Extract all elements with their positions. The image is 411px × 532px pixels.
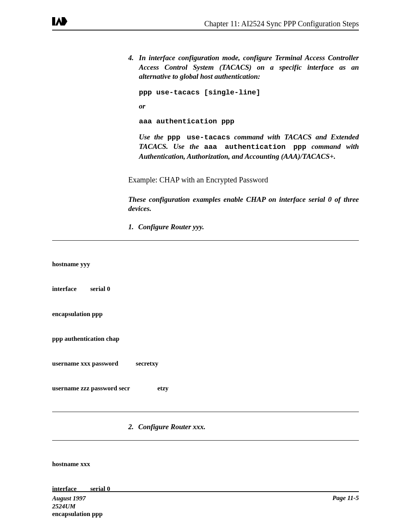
code-token: etzy [157, 385, 168, 392]
footer-date: August 1997 [52, 494, 86, 502]
example-heading: Example: CHAP with an Encrypted Password [128, 176, 359, 184]
step-number: 2. [128, 423, 134, 431]
note-part-1: Use the [139, 133, 167, 141]
step-2: 2.Configure Router xxx. [128, 423, 359, 431]
code-line: encapsulation ppp [52, 510, 359, 518]
divider [52, 240, 359, 241]
page-footer: August 1997 2524UM Page 11-5 [52, 491, 359, 511]
logo-icon [52, 16, 67, 28]
step-text: Configure Router yyy. [138, 223, 204, 231]
code-token: username zzz password secr [52, 385, 130, 392]
step-number: 1. [128, 223, 134, 231]
footer-left: August 1997 2524UM [52, 494, 86, 511]
content-area: 4. In interface configuration mode, conf… [128, 53, 359, 532]
code-token: serial 0 [90, 285, 110, 292]
code-line: ppp authentication chap [52, 335, 359, 343]
code-token: username xxx password [52, 360, 118, 367]
note-mono-2: aaa authentication ppp [204, 143, 306, 151]
divider [52, 440, 359, 441]
step-text: In interface configuration mode, configu… [139, 53, 359, 81]
svg-rect-0 [52, 17, 55, 26]
command-1: ppp use-tacacs [single-line] [139, 88, 359, 97]
code-line: username xxx passwordsecretxy [52, 359, 359, 368]
step-text: Configure Router xxx. [138, 423, 206, 431]
code-token: interface [52, 285, 76, 292]
step-1: 1.Configure Router yyy. [128, 223, 359, 231]
command-2: aaa authentication ppp [139, 117, 359, 126]
page-header: Chapter 11: AI2524 Sync PPP Configuratio… [52, 19, 359, 30]
code-block-2: hostname xxx interfaceserial 0 encapsula… [52, 444, 359, 532]
code-line: encapsulation ppp [52, 310, 359, 318]
code-line: hostname xxx [52, 460, 359, 468]
usage-note: Use the ppp use-tacacs command with TACA… [139, 133, 359, 161]
page-container: Chapter 11: AI2524 Sync PPP Configuratio… [52, 19, 359, 510]
or-text: or [139, 102, 359, 110]
footer-page: Page 11-5 [333, 494, 359, 511]
note-mono-1: ppp use-tacacs [167, 133, 230, 142]
step-number: 4. [128, 53, 139, 63]
svg-rect-2 [62, 17, 65, 26]
footer-doc: 2524UM [52, 502, 86, 510]
code-token: secretxy [136, 360, 158, 367]
example-intro: These configuration examples enable CHAP… [128, 195, 359, 214]
code-block-1: hostname yyy interfaceserial 0 encapsula… [52, 244, 359, 409]
code-line: hostname yyy [52, 260, 359, 268]
divider [52, 412, 359, 412]
svg-marker-3 [65, 17, 67, 26]
code-line: interfaceserial 0 [52, 285, 359, 293]
code-line: username zzz password secretzy [52, 384, 359, 393]
step-4: 4. In interface configuration mode, conf… [128, 53, 359, 81]
chapter-title: Chapter 11: AI2524 Sync PPP Configuratio… [204, 19, 359, 28]
